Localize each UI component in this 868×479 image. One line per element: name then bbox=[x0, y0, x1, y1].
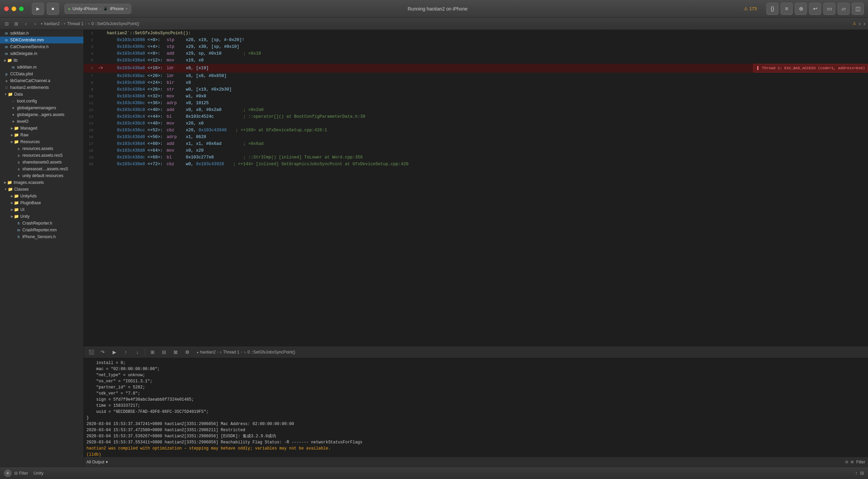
sidebar-item-resources[interactable]: ▶ 📁 Resources bbox=[0, 138, 83, 145]
warning-badge[interactable]: ⚠ 173 bbox=[744, 6, 757, 11]
debug-settings-button[interactable]: ⚙ bbox=[182, 347, 192, 357]
minimize-button[interactable] bbox=[12, 6, 16, 11]
debug-bc-haotian: haotian2 bbox=[200, 350, 216, 355]
sidebar-item-sdkdelegate[interactable]: m sdkDelegate.m bbox=[0, 50, 83, 57]
debug-layout-button[interactable]: ⊞ bbox=[148, 347, 157, 357]
step-into-button[interactable]: ▶ bbox=[110, 347, 119, 357]
line-content: 0x103c438b8 <+32>: mov w1, #0x0 bbox=[105, 93, 868, 100]
debug-layout-icon: ⊞ bbox=[151, 349, 155, 355]
step-down-button[interactable]: ↓ bbox=[133, 347, 142, 357]
sort-asc-icon[interactable]: ↑ bbox=[855, 471, 858, 476]
file-icon: m bbox=[16, 228, 21, 232]
sidebar-item-unity-folder[interactable]: ▶ 📁 Unity bbox=[0, 213, 83, 220]
layout-icon: ◫ bbox=[855, 5, 861, 12]
sidebar-item-libgame[interactable]: a libGameCatChannel.a bbox=[0, 77, 83, 84]
sidebar-item-resources-assets[interactable]: a resources.assets bbox=[0, 145, 83, 152]
split-h-button[interactable]: ▭ bbox=[823, 3, 835, 15]
console-line: 2020-03-04 15:53:37.472500+0800 haotian2… bbox=[86, 427, 865, 433]
folder-icon: 📁 bbox=[14, 200, 19, 205]
split-v-button[interactable]: ▱ bbox=[837, 3, 850, 15]
sidebar-item-globalgame[interactable]: ■ globalgamemanagers bbox=[0, 104, 83, 111]
step-over-button[interactable]: ↷ bbox=[98, 347, 107, 357]
scheme-selector[interactable]: ■ Unity-iPhone › 📱 iPhone ▾ bbox=[64, 4, 131, 14]
sidebar-item-managed[interactable]: ▶ 📁 Managed bbox=[0, 125, 83, 132]
filter-button[interactable]: ⊟ Filter bbox=[14, 471, 28, 476]
breadcrumb-sep-1: › bbox=[61, 21, 62, 26]
sidebar-item-classes[interactable]: ▼ 📁 Classes bbox=[0, 186, 83, 193]
line-number: 18 bbox=[84, 147, 97, 154]
debug-breadcrumb: ● haotian2 › ≡ Thread 1 › ∿ 0 ::SetGfxJo… bbox=[197, 350, 295, 355]
sidebar-label: iPhone_Sensors.h bbox=[22, 234, 56, 239]
sidebar-item-iphone-sensors[interactable]: h iPhone_Sensors.h bbox=[0, 233, 83, 240]
nav-back-button[interactable]: ‹ bbox=[22, 20, 30, 28]
line-number: 11 bbox=[84, 100, 97, 107]
sidebar-item-lib[interactable]: ▶ 📁 lib bbox=[0, 57, 83, 64]
sidebar-item-images[interactable]: ▶ 📁 Images.xcassets bbox=[0, 179, 83, 186]
grid-view-button[interactable]: ⊞ bbox=[12, 20, 20, 28]
braces-icon: {} bbox=[771, 6, 774, 12]
stop-button[interactable]: ■ bbox=[47, 3, 59, 15]
sidebar-item-sdkcontroller[interactable]: m SDKController.mm bbox=[0, 37, 83, 43]
line-number: 2 bbox=[84, 37, 97, 43]
back-button[interactable]: ↩ bbox=[809, 3, 821, 15]
layout-button[interactable]: ◫ bbox=[852, 3, 864, 15]
sidebar-item-ui[interactable]: ▶ 📁 UI bbox=[0, 206, 83, 213]
sidebar-item-sdkmain-m[interactable]: m sdkMain.m bbox=[0, 64, 83, 71]
console-line: "sdk_ver" = "7.8"; bbox=[86, 390, 865, 397]
sidebar-item-crashreporter-mm[interactable]: m CrashReporter.mm bbox=[0, 227, 83, 233]
nav-left-arrow[interactable]: ‹ bbox=[859, 21, 861, 27]
sidebar-item-catchannel[interactable]: m CatChannelService.h bbox=[0, 43, 83, 50]
assistant-button[interactable]: ⊕ bbox=[795, 3, 807, 15]
code-view[interactable]: 1 haotian2`::SetGfxJobsSyncPoint(): 2 0x… bbox=[84, 30, 868, 346]
add-button[interactable]: + bbox=[4, 470, 12, 477]
sidebar-item-ccdata[interactable]: p CCData.plist bbox=[0, 71, 83, 77]
sidebar-label: Images.xcassets bbox=[14, 180, 44, 185]
fullscreen-button[interactable] bbox=[19, 6, 24, 11]
chevron-right-icon: › bbox=[35, 21, 36, 26]
breadcrumb-function[interactable]: ∿ 0 ::SetGfxJobsSyncPoint() bbox=[87, 21, 139, 26]
sidebar-label: sdkMain.h bbox=[10, 31, 29, 36]
file-icon: a bbox=[16, 160, 21, 164]
play-button[interactable]: ▶ bbox=[32, 3, 44, 15]
line-number: 3 bbox=[84, 43, 97, 50]
line-number: 13 bbox=[84, 113, 97, 120]
sidebar-toggle-button[interactable]: ⊟ bbox=[3, 20, 11, 28]
nav-forward-button[interactable]: › bbox=[31, 20, 39, 28]
sidebar-item-globalgame-assets[interactable]: ■ globalgame...agers.assets bbox=[0, 111, 83, 118]
sidebar-item-shared0[interactable]: a sharedassets0.assets bbox=[0, 159, 83, 166]
sidebar-item-entitlements[interactable]: □ haotian2.entitlements bbox=[0, 84, 83, 91]
line-content: 0x103c438c8 <+48>: mov x20, x0 bbox=[105, 120, 868, 127]
step-out-icon: ↑ bbox=[125, 349, 127, 355]
breadcrumb-haotian2[interactable]: ● haotian2 › bbox=[41, 21, 62, 26]
list-icon: ≡ bbox=[785, 6, 788, 12]
debug-vars-button[interactable]: ⊟ bbox=[159, 347, 169, 357]
step-out-button[interactable]: ↑ bbox=[121, 347, 131, 357]
sort-desc-icon[interactable]: ⊟ bbox=[860, 471, 864, 476]
console-output[interactable]: install = 0; mac = "02:00:00:00:00:00"; … bbox=[84, 359, 868, 457]
console-footer: All Output ▾ ⊟ ⊞ Filter bbox=[84, 457, 868, 467]
breadcrumb-thread1[interactable]: ≡ Thread 1 › bbox=[64, 21, 86, 26]
line-content: 0x103c438b4 <+28>: str w0, [x19, #0x2b30… bbox=[105, 86, 868, 93]
navigator-button[interactable]: ≡ bbox=[781, 3, 793, 15]
sidebar-item-bootconfig[interactable]: ○ boot.config bbox=[0, 98, 83, 104]
folder-icon: 📁 bbox=[14, 133, 19, 137]
sidebar-item-levelO[interactable]: ■ levelO bbox=[0, 118, 83, 125]
sidebar-item-raw[interactable]: ▶ 📁 Raw bbox=[0, 132, 83, 138]
sidebar-item-pluginbase[interactable]: ▶ 📁 PluginBase bbox=[0, 199, 83, 206]
sidebar-item-crashreporter-h[interactable]: h CrashReporter.h bbox=[0, 220, 83, 227]
nav-right-arrow[interactable]: › bbox=[864, 21, 865, 27]
debug-memory-button[interactable]: ⊠ bbox=[171, 347, 180, 357]
sidebar-item-data[interactable]: ▼ 📁 Data bbox=[0, 91, 83, 98]
sidebar: m sdkMain.h m SDKController.mm m CatChan… bbox=[0, 30, 84, 467]
continue-button[interactable]: ⬛ bbox=[86, 347, 96, 357]
code-review-button[interactable]: {} bbox=[766, 3, 778, 15]
sidebar-item-sharedasset-ress[interactable]: a shareasset....assets.resS bbox=[0, 166, 83, 172]
stop-icon: ■ bbox=[52, 6, 54, 11]
sidebar-item-unity-default[interactable]: ■ unity default resources bbox=[0, 172, 83, 179]
sidebar-item-unityads[interactable]: ▶ 📁 UnityAds bbox=[0, 193, 83, 199]
sidebar-item-resources-ress[interactable]: a resources.assets.resS bbox=[0, 152, 83, 159]
close-button[interactable] bbox=[4, 6, 9, 11]
output-selector[interactable]: All Output ▾ bbox=[86, 460, 108, 464]
folder-arrow-icon: ▶ bbox=[4, 181, 6, 184]
sidebar-item-sdkMain-h[interactable]: m sdkMain.h bbox=[0, 30, 83, 37]
